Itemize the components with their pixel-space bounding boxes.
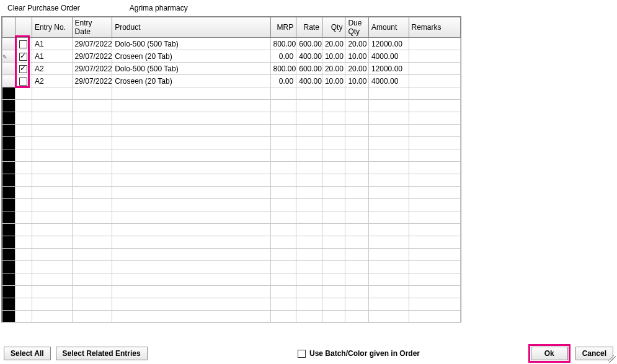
col-entry-no[interactable]: Entry No.	[32, 17, 72, 38]
col-rate[interactable]: Rate	[296, 17, 322, 38]
row-marker	[2, 87, 16, 100]
col-entry-date[interactable]: Entry Date	[72, 17, 112, 38]
cell-qty[interactable]: 10.00	[322, 50, 345, 63]
cell-due-qty[interactable]: 20.00	[345, 38, 369, 50]
col-product[interactable]: Product	[112, 17, 270, 38]
cell-entry-no[interactable]: A1	[32, 50, 72, 63]
table-row[interactable]: A129/07/2022Dolo-500 (500 Tab)800.00600.…	[2, 38, 461, 50]
table-row-empty	[2, 149, 461, 162]
table-row-empty	[2, 261, 461, 273]
col-amount[interactable]: Amount	[368, 17, 409, 38]
cell-rate[interactable]: 400.00	[296, 75, 322, 87]
row-marker	[2, 199, 16, 211]
table-row-empty	[2, 100, 461, 112]
table-row-empty	[2, 137, 461, 149]
cell-entry-date[interactable]: 29/07/2022	[72, 38, 112, 50]
resize-grip-icon[interactable]	[608, 355, 616, 363]
row-marker	[2, 273, 16, 286]
cell-qty[interactable]: 20.00	[322, 38, 345, 50]
row-marker	[2, 125, 16, 137]
row-marker	[2, 286, 16, 298]
row-marker-header	[2, 17, 16, 38]
table-row-empty	[2, 125, 461, 137]
row-checkbox-cell[interactable]	[15, 38, 32, 50]
row-checkbox-cell[interactable]	[15, 63, 32, 75]
purchase-order-grid: Entry No. Entry Date Product MRP Rate Qt…	[1, 16, 461, 322]
cell-remarks[interactable]	[409, 50, 460, 63]
table-row[interactable]: A229/07/2022Dolo-500 (500 Tab)800.00600.…	[2, 63, 461, 75]
row-checkbox[interactable]	[19, 40, 27, 48]
ok-button[interactable]: Ok	[531, 347, 568, 360]
cell-product[interactable]: Dolo-500 (500 Tab)	[112, 38, 270, 50]
vendor-name: Agrima pharmacy	[130, 4, 188, 12]
table-row[interactable]: A229/07/2022Croseen (20 Tab)0.00400.0010…	[2, 75, 461, 87]
cell-mrp[interactable]: 800.00	[270, 38, 296, 50]
cell-due-qty[interactable]: 10.00	[345, 75, 369, 87]
cell-remarks[interactable]	[409, 38, 460, 50]
table-row[interactable]: ✎A129/07/2022Croseen (20 Tab)0.00400.001…	[2, 50, 461, 63]
col-mrp[interactable]: MRP	[270, 17, 296, 38]
cell-entry-no[interactable]: A1	[32, 38, 72, 50]
use-batch-label: Use Batch/Color given in Order	[309, 349, 420, 358]
dialog-header: Clear Purchase Order Agrima pharmacy	[0, 0, 617, 16]
cell-entry-date[interactable]: 29/07/2022	[72, 75, 112, 87]
dialog-footer: Select All Select Related Entries Use Ba…	[0, 347, 617, 360]
cell-amount[interactable]: 12000.00	[368, 63, 409, 75]
cell-remarks[interactable]	[409, 63, 460, 75]
dialog-title: Clear Purchase Order	[7, 4, 80, 12]
table-row-empty	[2, 273, 461, 286]
row-marker	[2, 261, 16, 273]
table-row-empty	[2, 87, 461, 100]
cell-due-qty[interactable]: 10.00	[345, 50, 369, 63]
col-due-qty[interactable]: Due Qty	[345, 17, 369, 38]
cell-amount[interactable]: 12000.00	[368, 38, 409, 50]
table-row-empty	[2, 187, 461, 199]
cell-rate[interactable]: 600.00	[296, 63, 322, 75]
table-row-empty	[2, 298, 461, 311]
checkbox-header	[15, 17, 32, 38]
cell-mrp[interactable]: 800.00	[270, 63, 296, 75]
col-remarks[interactable]: Remarks	[409, 17, 460, 38]
row-marker	[2, 249, 16, 261]
cell-due-qty[interactable]: 20.00	[345, 63, 369, 75]
cell-product[interactable]: Croseen (20 Tab)	[112, 50, 270, 63]
cell-product[interactable]: Dolo-500 (500 Tab)	[112, 63, 270, 75]
row-marker: ✎	[2, 50, 16, 63]
cancel-button[interactable]: Cancel	[575, 347, 613, 360]
cell-mrp[interactable]: 0.00	[270, 50, 296, 63]
cell-qty[interactable]: 20.00	[322, 63, 345, 75]
row-checkbox-cell[interactable]	[15, 50, 32, 63]
cell-rate[interactable]: 400.00	[296, 50, 322, 63]
cell-rate[interactable]: 600.00	[296, 38, 322, 50]
row-checkbox[interactable]	[19, 78, 27, 86]
cell-amount[interactable]: 4000.00	[368, 75, 409, 87]
table-row-empty	[2, 311, 461, 323]
select-all-button[interactable]: Select All	[4, 347, 51, 360]
row-checkbox[interactable]	[19, 65, 27, 73]
cell-entry-no[interactable]: A2	[32, 75, 72, 87]
row-marker	[2, 236, 16, 249]
cell-entry-no[interactable]: A2	[32, 63, 72, 75]
table-row-empty	[2, 236, 461, 249]
table-row-empty	[2, 199, 461, 211]
row-checkbox-cell[interactable]	[15, 75, 32, 87]
select-related-entries-button[interactable]: Select Related Entries	[56, 347, 148, 360]
cell-remarks[interactable]	[409, 75, 460, 87]
cell-qty[interactable]: 10.00	[322, 75, 345, 87]
row-marker	[2, 100, 16, 112]
cell-mrp[interactable]: 0.00	[270, 75, 296, 87]
cell-entry-date[interactable]: 29/07/2022	[72, 50, 112, 63]
row-checkbox[interactable]	[19, 53, 27, 61]
use-batch-checkbox[interactable]	[298, 350, 306, 358]
row-marker	[2, 112, 16, 125]
ok-button-highlight: Ok	[528, 344, 570, 363]
table-row-empty	[2, 249, 461, 261]
cell-product[interactable]: Croseen (20 Tab)	[112, 75, 270, 87]
row-marker	[2, 63, 16, 75]
cell-entry-date[interactable]: 29/07/2022	[72, 63, 112, 75]
cell-amount[interactable]: 4000.00	[368, 50, 409, 63]
table-row-empty	[2, 174, 461, 187]
col-qty[interactable]: Qty	[322, 17, 345, 38]
row-marker	[2, 311, 16, 323]
table-row-empty	[2, 286, 461, 298]
